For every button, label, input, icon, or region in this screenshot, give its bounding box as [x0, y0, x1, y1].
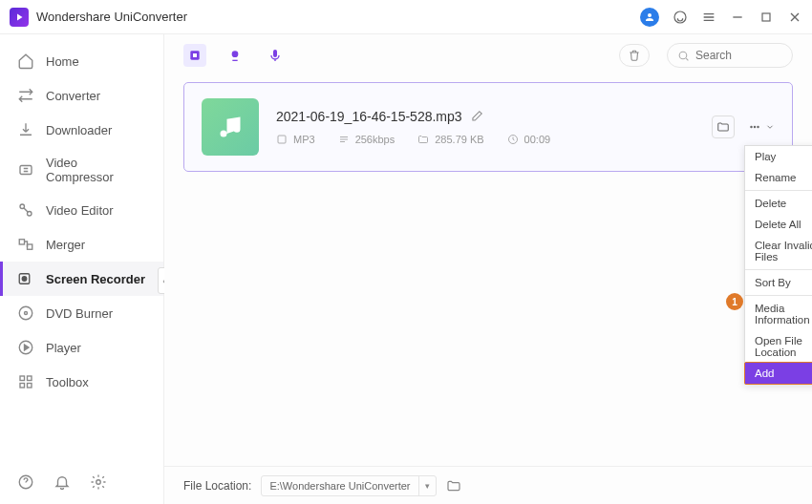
dvd-icon: [17, 304, 34, 322]
file-name: 2021-06-19_16-46-15-528.mp3: [276, 109, 462, 124]
toolbar: [164, 34, 812, 76]
sidebar-item-video-editor[interactable]: Video Editor: [0, 193, 163, 227]
sidebar-item-label: Merger: [46, 238, 85, 252]
app-title: Wondershare UniConverter: [36, 10, 187, 24]
sidebar-item-label: Converter: [46, 89, 100, 103]
sidebar-item-label: Video Editor: [46, 203, 114, 218]
footer: File Location: E:\Wondershare UniConvert…: [164, 466, 812, 504]
more-actions-button[interactable]: [746, 120, 775, 134]
chevron-down-icon: [765, 122, 775, 132]
notification-icon[interactable]: [53, 473, 71, 491]
sidebar-item-label: DVD Burner: [46, 306, 113, 321]
download-icon: [17, 121, 34, 138]
svg-rect-21: [273, 50, 277, 57]
support-icon[interactable]: [673, 10, 688, 25]
converter-icon: [17, 87, 34, 104]
rename-icon[interactable]: [470, 110, 483, 123]
file-location-select[interactable]: E:\Wondershare UniConverter ▾: [261, 475, 436, 496]
app-logo-area: Wondershare UniConverter: [10, 8, 187, 27]
open-location-button[interactable]: [446, 478, 461, 494]
search-input[interactable]: [695, 49, 812, 62]
sidebar-item-label: Player: [46, 341, 81, 355]
sidebar-item-label: Toolbox: [46, 375, 89, 389]
maximize-button[interactable]: [759, 10, 774, 25]
help-icon[interactable]: [17, 473, 34, 491]
menu-item-clear-invalid[interactable]: Clear Invalid Files: [745, 235, 812, 267]
merger-icon: [17, 236, 34, 253]
menu-item-delete-all[interactable]: Delete All: [745, 214, 812, 235]
svg-point-10: [25, 312, 28, 315]
svg-rect-2: [20, 166, 32, 175]
menu-separator: [745, 190, 812, 191]
trash-button[interactable]: [619, 44, 650, 67]
menu-item-play[interactable]: Play: [745, 146, 812, 167]
sidebar-item-converter[interactable]: Converter: [0, 78, 163, 113]
svg-point-25: [751, 126, 752, 127]
svg-rect-12: [20, 376, 25, 381]
sidebar-item-home[interactable]: Home: [0, 44, 163, 78]
svg-point-27: [758, 126, 759, 127]
svg-point-8: [22, 277, 27, 282]
title-bar: Wondershare UniConverter: [0, 0, 812, 34]
record-screen-button[interactable]: [183, 44, 206, 67]
svg-rect-1: [762, 13, 770, 21]
sidebar-item-downloader[interactable]: Downloader: [0, 113, 163, 147]
menu-item-sort-by[interactable]: Sort By▸: [745, 272, 812, 293]
menu-item-media-info[interactable]: Media Information: [745, 298, 812, 330]
svg-rect-5: [19, 240, 24, 244]
home-icon: [17, 52, 34, 70]
sidebar: Home Converter Downloader Video Compress…: [0, 34, 164, 504]
svg-point-22: [679, 52, 687, 59]
menu-separator: [745, 269, 812, 270]
record-audio-button[interactable]: [264, 44, 287, 67]
svg-point-17: [96, 480, 101, 485]
svg-rect-14: [20, 384, 25, 388]
context-menu: Play Rename Delete Delete All Clear Inva…: [744, 145, 812, 385]
compressor-icon: [17, 161, 34, 178]
user-avatar[interactable]: [640, 8, 659, 27]
player-icon: [17, 339, 34, 356]
sidebar-item-dvd-burner[interactable]: DVD Burner: [0, 296, 163, 330]
sidebar-item-player[interactable]: Player: [0, 330, 163, 365]
sidebar-item-label: Home: [46, 54, 79, 69]
search-box[interactable]: [667, 43, 793, 68]
sidebar-item-merger[interactable]: Merger: [0, 227, 163, 262]
settings-icon[interactable]: [90, 473, 107, 491]
svg-rect-15: [28, 384, 32, 388]
sidebar-item-compressor[interactable]: Video Compressor: [0, 147, 163, 193]
close-button[interactable]: [787, 10, 802, 25]
chevron-down-icon[interactable]: ▾: [418, 476, 436, 495]
recorder-icon: [17, 270, 34, 287]
file-thumbnail: [202, 98, 259, 156]
sidebar-item-label: Downloader: [46, 123, 112, 137]
record-webcam-button[interactable]: [224, 44, 246, 67]
sidebar-item-screen-recorder[interactable]: Screen Recorder: [0, 262, 163, 296]
sidebar-item-label: Screen Recorder: [46, 272, 145, 286]
open-folder-button[interactable]: [712, 116, 735, 138]
svg-rect-13: [28, 376, 32, 381]
app-logo-icon: [10, 8, 29, 27]
toolbox-icon: [17, 373, 34, 390]
minimize-button[interactable]: [730, 10, 745, 25]
menu-item-delete[interactable]: Delete: [745, 193, 812, 214]
file-location-path: E:\Wondershare UniConverter: [262, 480, 417, 492]
menu-separator: [745, 295, 812, 296]
menu-item-open-location[interactable]: Open File Location: [745, 330, 812, 363]
svg-point-9: [19, 306, 32, 320]
annotation-badge-1: 1: [726, 293, 743, 310]
file-card[interactable]: 2021-06-19_16-46-15-528.mp3 MP3 256kbps …: [183, 82, 793, 172]
menu-item-rename[interactable]: Rename: [745, 167, 812, 188]
editor-icon: [17, 201, 34, 219]
menu-item-add[interactable]: Add▸: [745, 363, 812, 384]
sidebar-item-label: Video Compressor: [46, 156, 146, 184]
svg-point-26: [754, 126, 755, 127]
sidebar-item-toolbox[interactable]: Toolbox: [0, 365, 163, 399]
music-icon: [217, 114, 244, 140]
svg-point-20: [232, 51, 239, 57]
search-icon: [677, 50, 690, 62]
svg-rect-6: [28, 244, 32, 249]
file-meta: MP3 256kbps 285.79 KB 00:09: [276, 134, 694, 145]
svg-rect-23: [278, 136, 286, 143]
svg-rect-19: [193, 53, 197, 57]
menu-icon[interactable]: [701, 10, 716, 25]
